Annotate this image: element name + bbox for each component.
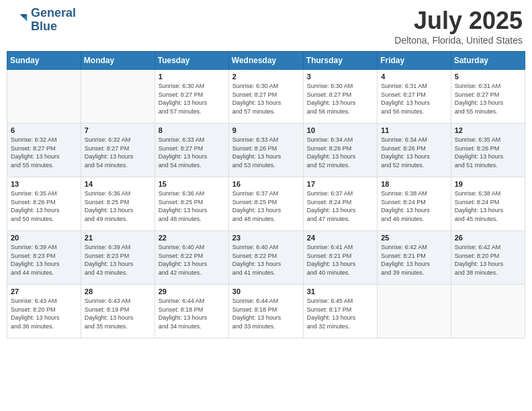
day-number: 21: [85, 234, 151, 242]
day-info: Sunrise: 6:41 AM Sunset: 8:21 PM Dayligh…: [307, 243, 373, 277]
calendar-day-cell: 13Sunrise: 6:35 AM Sunset: 8:26 PM Dayli…: [7, 177, 81, 231]
day-number: 14: [85, 180, 151, 188]
calendar-day-cell: [81, 70, 154, 124]
day-number: 8: [159, 126, 225, 134]
calendar-day-cell: 23Sunrise: 6:40 AM Sunset: 8:22 PM Dayli…: [228, 231, 303, 285]
calendar-day-cell: 3Sunrise: 6:30 AM Sunset: 8:27 PM Daylig…: [303, 70, 377, 124]
calendar-day-cell: 22Sunrise: 6:40 AM Sunset: 8:22 PM Dayli…: [154, 231, 228, 285]
day-number: 22: [159, 234, 225, 242]
day-number: 24: [307, 234, 373, 242]
day-info: Sunrise: 6:36 AM Sunset: 8:25 PM Dayligh…: [159, 189, 225, 223]
day-info: Sunrise: 6:45 AM Sunset: 8:17 PM Dayligh…: [307, 297, 373, 330]
day-number: 2: [232, 73, 300, 81]
logo-line1: General: [31, 7, 76, 20]
day-info: Sunrise: 6:31 AM Sunset: 8:27 PM Dayligh…: [455, 82, 521, 116]
day-info: Sunrise: 6:36 AM Sunset: 8:25 PM Dayligh…: [85, 189, 151, 223]
day-info: Sunrise: 6:43 AM Sunset: 8:19 PM Dayligh…: [85, 297, 151, 330]
day-info: Sunrise: 6:31 AM Sunset: 8:27 PM Dayligh…: [381, 82, 447, 116]
calendar-day-cell: 16Sunrise: 6:37 AM Sunset: 8:25 PM Dayli…: [228, 177, 303, 231]
calendar-day-cell: [378, 285, 451, 338]
calendar-day-cell: 4Sunrise: 6:31 AM Sunset: 8:27 PM Daylig…: [378, 70, 451, 124]
calendar-day-cell: 25Sunrise: 6:42 AM Sunset: 8:21 PM Dayli…: [378, 231, 451, 285]
day-info: Sunrise: 6:39 AM Sunset: 8:23 PM Dayligh…: [11, 243, 77, 277]
day-number: 4: [381, 73, 447, 81]
page-header: General Blue July 2025 Deltona, Florida,…: [7, 7, 525, 46]
day-info: Sunrise: 6:35 AM Sunset: 8:26 PM Dayligh…: [455, 136, 521, 169]
weekday-header-tuesday: Tuesday: [154, 52, 228, 70]
day-info: Sunrise: 6:38 AM Sunset: 8:24 PM Dayligh…: [455, 189, 521, 223]
calendar-day-cell: 14Sunrise: 6:36 AM Sunset: 8:25 PM Dayli…: [81, 177, 154, 231]
day-info: Sunrise: 6:34 AM Sunset: 8:26 PM Dayligh…: [307, 136, 373, 169]
calendar-day-cell: 15Sunrise: 6:36 AM Sunset: 8:25 PM Dayli…: [154, 177, 228, 231]
day-number: 9: [232, 126, 300, 134]
day-number: 29: [159, 287, 225, 295]
location-title: Deltona, Florida, United States: [394, 35, 523, 46]
day-number: 5: [455, 73, 521, 81]
day-number: 3: [307, 73, 373, 81]
day-info: Sunrise: 6:30 AM Sunset: 8:27 PM Dayligh…: [232, 82, 300, 116]
weekday-header-friday: Friday: [378, 52, 451, 70]
calendar-day-cell: 12Sunrise: 6:35 AM Sunset: 8:26 PM Dayli…: [451, 124, 525, 177]
calendar-day-cell: 30Sunrise: 6:44 AM Sunset: 8:18 PM Dayli…: [228, 285, 303, 338]
calendar-day-cell: 5Sunrise: 6:31 AM Sunset: 8:27 PM Daylig…: [451, 70, 525, 124]
logo-icon: [9, 11, 28, 30]
calendar-day-cell: 19Sunrise: 6:38 AM Sunset: 8:24 PM Dayli…: [451, 177, 525, 231]
calendar-day-cell: 21Sunrise: 6:39 AM Sunset: 8:23 PM Dayli…: [81, 231, 154, 285]
calendar-day-cell: 24Sunrise: 6:41 AM Sunset: 8:21 PM Dayli…: [303, 231, 377, 285]
day-info: Sunrise: 6:30 AM Sunset: 8:27 PM Dayligh…: [159, 82, 225, 116]
day-number: 25: [381, 234, 447, 242]
calendar-day-cell: 18Sunrise: 6:38 AM Sunset: 8:24 PM Dayli…: [378, 177, 451, 231]
weekday-header-thursday: Thursday: [303, 52, 377, 70]
day-number: 16: [232, 180, 300, 188]
calendar-day-cell: 11Sunrise: 6:34 AM Sunset: 8:26 PM Dayli…: [378, 124, 451, 177]
day-info: Sunrise: 6:40 AM Sunset: 8:22 PM Dayligh…: [159, 243, 225, 277]
day-number: 15: [159, 180, 225, 188]
calendar-day-cell: 10Sunrise: 6:34 AM Sunset: 8:26 PM Dayli…: [303, 124, 377, 177]
day-info: Sunrise: 6:43 AM Sunset: 8:20 PM Dayligh…: [11, 297, 77, 330]
day-info: Sunrise: 6:34 AM Sunset: 8:26 PM Dayligh…: [381, 136, 447, 169]
day-info: Sunrise: 6:30 AM Sunset: 8:27 PM Dayligh…: [307, 82, 373, 116]
calendar-week-row: 27Sunrise: 6:43 AM Sunset: 8:20 PM Dayli…: [7, 285, 525, 338]
day-number: 19: [455, 180, 521, 188]
month-title: July 2025: [394, 7, 523, 35]
weekday-header-monday: Monday: [81, 52, 154, 70]
calendar-day-cell: 27Sunrise: 6:43 AM Sunset: 8:20 PM Dayli…: [7, 285, 81, 338]
day-info: Sunrise: 6:33 AM Sunset: 8:27 PM Dayligh…: [159, 136, 225, 169]
calendar-day-cell: 17Sunrise: 6:37 AM Sunset: 8:24 PM Dayli…: [303, 177, 377, 231]
calendar-week-row: 1Sunrise: 6:30 AM Sunset: 8:27 PM Daylig…: [7, 70, 525, 124]
day-info: Sunrise: 6:42 AM Sunset: 8:21 PM Dayligh…: [381, 243, 447, 277]
day-number: 31: [307, 287, 373, 295]
calendar-day-cell: 6Sunrise: 6:32 AM Sunset: 8:27 PM Daylig…: [7, 124, 81, 177]
day-number: 30: [232, 287, 300, 295]
day-number: 26: [455, 234, 521, 242]
calendar-week-row: 13Sunrise: 6:35 AM Sunset: 8:26 PM Dayli…: [7, 177, 525, 231]
day-number: 6: [11, 126, 77, 134]
day-info: Sunrise: 6:44 AM Sunset: 8:18 PM Dayligh…: [159, 297, 225, 330]
calendar-week-row: 6Sunrise: 6:32 AM Sunset: 8:27 PM Daylig…: [7, 124, 525, 177]
day-number: 13: [11, 180, 77, 188]
logo-line2: Blue: [31, 20, 76, 34]
calendar-day-cell: 31Sunrise: 6:45 AM Sunset: 8:17 PM Dayli…: [303, 285, 377, 338]
calendar-day-cell: 1Sunrise: 6:30 AM Sunset: 8:27 PM Daylig…: [154, 70, 228, 124]
weekday-header-saturday: Saturday: [451, 52, 525, 70]
day-number: 23: [232, 234, 300, 242]
weekday-header-row: SundayMondayTuesdayWednesdayThursdayFrid…: [7, 52, 525, 70]
day-info: Sunrise: 6:37 AM Sunset: 8:25 PM Dayligh…: [232, 189, 300, 223]
svg-rect-0: [9, 11, 28, 30]
calendar-table: SundayMondayTuesdayWednesdayThursdayFrid…: [7, 51, 525, 338]
calendar-day-cell: [451, 285, 525, 338]
day-info: Sunrise: 6:37 AM Sunset: 8:24 PM Dayligh…: [307, 189, 373, 223]
day-info: Sunrise: 6:33 AM Sunset: 8:26 PM Dayligh…: [232, 136, 300, 169]
day-number: 17: [307, 180, 373, 188]
day-info: Sunrise: 6:39 AM Sunset: 8:23 PM Dayligh…: [85, 243, 151, 277]
day-number: 10: [307, 126, 373, 134]
day-info: Sunrise: 6:32 AM Sunset: 8:27 PM Dayligh…: [85, 136, 151, 169]
day-info: Sunrise: 6:44 AM Sunset: 8:18 PM Dayligh…: [232, 297, 300, 330]
calendar-day-cell: [7, 70, 81, 124]
day-info: Sunrise: 6:35 AM Sunset: 8:26 PM Dayligh…: [11, 189, 77, 223]
calendar-day-cell: 29Sunrise: 6:44 AM Sunset: 8:18 PM Dayli…: [154, 285, 228, 338]
title-block: July 2025 Deltona, Florida, United State…: [394, 7, 523, 46]
calendar-day-cell: 26Sunrise: 6:42 AM Sunset: 8:20 PM Dayli…: [451, 231, 525, 285]
calendar-day-cell: 28Sunrise: 6:43 AM Sunset: 8:19 PM Dayli…: [81, 285, 154, 338]
day-number: 12: [455, 126, 521, 134]
